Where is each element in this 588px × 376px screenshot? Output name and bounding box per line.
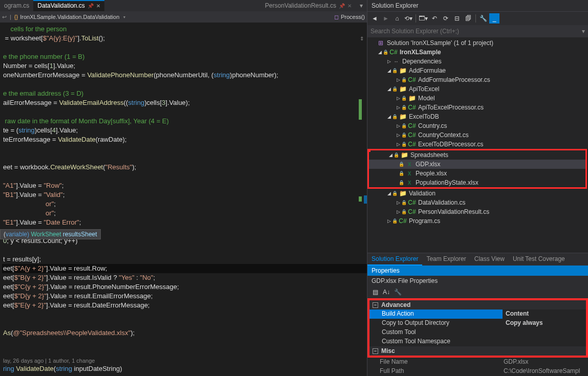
tabs-overflow[interactable]: ▾: [356, 0, 367, 11]
method-icon: ◻: [334, 14, 339, 20]
show-all-icon[interactable]: 🗐: [463, 13, 473, 24]
switch-view-icon[interactable]: 🗔▾: [418, 13, 428, 24]
solution-tree[interactable]: ⊞Solution 'IronXLSample' (1 of 1 project…: [367, 37, 588, 253]
explorer-search[interactable]: ▾: [367, 25, 588, 37]
tab-datavalidation[interactable]: DataValidation.cs 📌 ✕: [33, 0, 104, 11]
intellisense-tooltip: (variable) WorkSheet resultsSheet: [0, 229, 101, 239]
tree-label: ExcelToDB: [409, 113, 439, 120]
prop-build-action[interactable]: Build ActionContent: [369, 309, 586, 319]
file-exceltodbproc[interactable]: ▷🔒C#ExcelToDBProcessor.cs: [367, 140, 588, 149]
pin-icon[interactable]: 📌: [88, 3, 94, 9]
categorized-icon[interactable]: ▤: [371, 287, 380, 297]
tab-team-explorer[interactable]: Team Explorer: [422, 253, 470, 266]
prop-value[interactable]: [503, 328, 586, 337]
dependencies-node[interactable]: ▷∙∙Dependencies: [367, 57, 588, 66]
prop-value[interactable]: [503, 337, 586, 346]
back-icon[interactable]: ◄: [369, 13, 380, 24]
tree-label: DataValidation.cs: [418, 199, 466, 206]
collapse-icon[interactable]: −: [373, 302, 378, 308]
context-namespace[interactable]: {} IronXLSample.Validation.DataValidatio…: [14, 14, 125, 20]
prop-full-path[interactable]: Full PathC:\Code\IronSoftwareSampl: [367, 367, 588, 376]
file-datavalidation[interactable]: ▷🔒C#DataValidation.cs: [367, 198, 588, 207]
folder-exceltodb[interactable]: ◢🔒📁ExcelToDB: [367, 112, 588, 121]
folder-icon: 📁: [400, 151, 408, 159]
folder-apitoexcel[interactable]: ◢🔒📁ApiToExcel: [367, 84, 588, 94]
tab-personvalidation[interactable]: PersonValidationResult.cs 📌 ✕: [261, 0, 356, 11]
prop-custom-tool[interactable]: Custom Tool: [369, 328, 586, 337]
tree-label: Country.cs: [418, 122, 447, 129]
sync-icon[interactable]: ⟲▾: [403, 13, 413, 24]
forward-icon[interactable]: ►: [381, 13, 391, 24]
panel-tabs: Solution Explorer Team Explorer Class Vi…: [367, 253, 588, 266]
file-addformulaeproc[interactable]: ▷🔒C#AddFormulaeProcessor.cs: [367, 75, 588, 84]
prop-value[interactable]: Content: [503, 309, 586, 319]
lock-icon: 🔒: [399, 162, 404, 167]
prop-file-name[interactable]: File NameGDP.xlsx: [367, 358, 588, 367]
context-method[interactable]: ◻ Process(): [334, 14, 365, 20]
folder-validation[interactable]: ◢🔒📁Validation: [367, 189, 588, 198]
lock-icon: 🔒: [392, 68, 398, 73]
tree-label: PersonValidationResult.cs: [418, 208, 489, 215]
folder-spreadsheets[interactable]: ◢🔒📁Spreadsheets: [369, 150, 585, 160]
tree-label: AddFormulaeProcessor.cs: [418, 76, 490, 83]
close-icon[interactable]: ✕: [347, 3, 352, 9]
file-personvr[interactable]: ▷🔒C#PersonValidationResult.cs: [367, 207, 588, 216]
editor-tabs: ogram.cs DataValidation.cs 📌 ✕ PersonVal…: [0, 0, 367, 11]
tooltip-name: resultsSheet: [63, 231, 97, 238]
folder-model[interactable]: ▷🔒📁Model: [367, 94, 588, 103]
file-apitoexcelproc[interactable]: ▷🔒C#ApiToExcelProcessor.cs: [367, 103, 588, 112]
lock-icon: 🔒: [401, 77, 407, 82]
code-editor[interactable]: ⇕ cells for the person = worksheet[$"A{y…: [0, 23, 367, 376]
category-misc[interactable]: −Misc: [369, 346, 586, 356]
prop-copy-output[interactable]: Copy to Output DirectoryCopy always: [369, 319, 586, 328]
collapse-icon[interactable]: −: [373, 348, 378, 354]
prop-key: Build Action: [369, 309, 503, 319]
alphabetical-icon[interactable]: A↓: [382, 287, 391, 297]
file-gdp[interactable]: 🔒XGDP.xlsx: [369, 160, 585, 169]
file-countryctx[interactable]: ▷🔒C#CountryContext.cs: [367, 130, 588, 140]
pin-icon[interactable]: 📌: [339, 3, 345, 9]
tree-label: ExcelToDBProcessor.cs: [418, 141, 483, 148]
tab-solution-explorer[interactable]: Solution Explorer: [367, 253, 422, 266]
lock-icon: 🔒: [392, 114, 398, 119]
refresh-icon[interactable]: ⟳: [441, 13, 451, 24]
cs-icon: C#: [399, 217, 407, 225]
lock-icon: 🔒: [383, 50, 388, 55]
file-people[interactable]: 🔒XPeople.xlsx: [369, 169, 585, 178]
prop-value[interactable]: Copy always: [503, 319, 586, 328]
cs-icon: C#: [408, 76, 416, 83]
preview-icon[interactable]: _: [489, 13, 499, 24]
folder-icon: 📁: [399, 113, 407, 120]
search-dropdown-icon[interactable]: ▾: [582, 28, 585, 35]
close-icon[interactable]: ✕: [96, 3, 100, 9]
folder-icon: 📁: [408, 95, 416, 102]
properties-icon[interactable]: 🔧: [393, 287, 402, 297]
file-population[interactable]: 🔒XPopulationByState.xlsx: [369, 178, 585, 187]
properties-icon[interactable]: 🔧: [478, 13, 488, 24]
collapse-icon[interactable]: ⊟: [452, 13, 462, 24]
lock-icon: 🔒: [401, 132, 407, 138]
tree-label: Solution 'IronXLSample' (1 of 1 project): [387, 39, 493, 47]
search-input[interactable]: [371, 28, 582, 35]
tab-class-view[interactable]: Class View: [470, 253, 509, 266]
properties-selection: GDP.xlsx File Properties: [367, 276, 588, 286]
cs-icon: C#: [408, 199, 416, 206]
nav-back-icon[interactable]: ↩: [2, 14, 7, 20]
folder-icon: 📁: [399, 85, 407, 93]
pending-icon[interactable]: ↶: [429, 13, 440, 24]
folder-addformulae[interactable]: ◢🔒📁AddFormulae: [367, 66, 588, 75]
tab-unit-test-coverage[interactable]: Unit Test Coverage: [509, 253, 569, 266]
tree-label: Validation: [409, 190, 435, 197]
category-label: Misc: [381, 347, 395, 355]
chevron-down-icon: ▾: [123, 15, 125, 19]
solution-node[interactable]: ⊞Solution 'IronXLSample' (1 of 1 project…: [367, 38, 588, 48]
tab-program[interactable]: ogram.cs: [0, 0, 33, 11]
file-country[interactable]: ▷🔒C#Country.cs: [367, 121, 588, 130]
file-program[interactable]: ▷🔒C#Program.cs: [367, 216, 588, 226]
home-icon[interactable]: ⌂: [392, 13, 402, 24]
prop-custom-tool-ns[interactable]: Custom Tool Namespace: [369, 337, 586, 346]
context-bar: ↩ | {} IronXLSample.Validation.DataValid…: [0, 11, 367, 23]
category-advanced[interactable]: −Advanced: [369, 300, 586, 309]
project-node[interactable]: ◢🔒C#IronXLSample: [367, 48, 588, 57]
lock-icon: 🔒: [401, 209, 407, 214]
